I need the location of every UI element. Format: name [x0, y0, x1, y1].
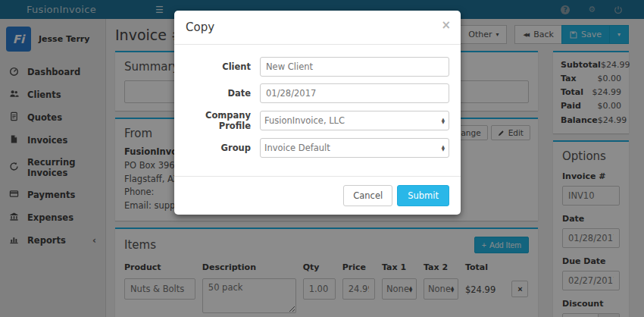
select-arrows-icon: ▲▼	[442, 118, 445, 124]
close-icon[interactable]: ×	[441, 18, 451, 32]
company-profile-select[interactable]: FusionInvoice, LLC▲▼	[260, 111, 449, 130]
select-arrows-icon: ▲▼	[442, 145, 445, 152]
submit-button[interactable]: Submit	[397, 185, 449, 206]
client-label: Client	[186, 61, 260, 72]
group-select[interactable]: Invoice Default▲▼	[260, 138, 449, 158]
copy-date-label: Date	[186, 88, 260, 99]
copy-modal: Copy × Client Date Company Profile Fusio…	[174, 11, 461, 215]
company-profile-label: Company Profile	[186, 110, 260, 131]
cancel-button[interactable]: Cancel	[343, 185, 392, 206]
modal-title: Copy	[186, 20, 214, 34]
copy-date-input[interactable]	[260, 83, 449, 103]
group-label: Group	[186, 143, 260, 153]
client-input[interactable]	[260, 57, 449, 77]
